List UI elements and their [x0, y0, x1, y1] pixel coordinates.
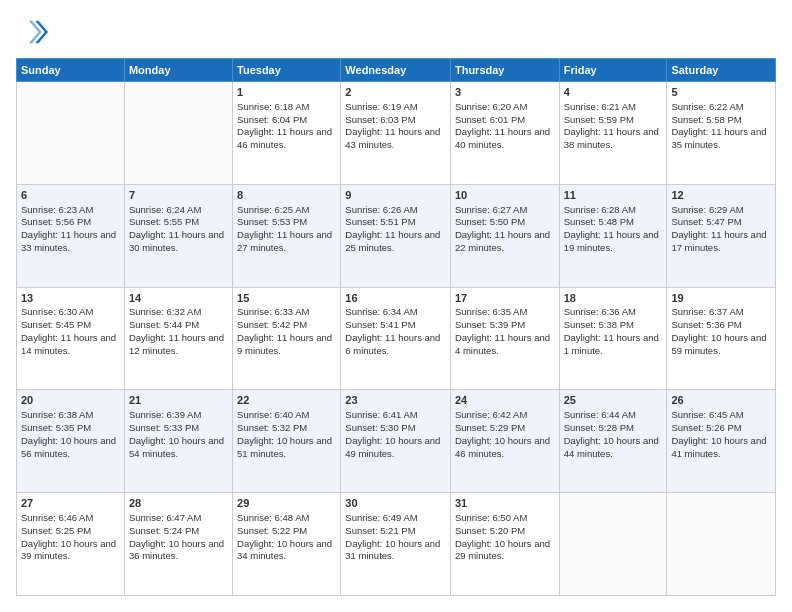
calendar-week-3: 20Sunrise: 6:38 AMSunset: 5:35 PMDayligh…	[17, 390, 776, 493]
calendar-cell: 20Sunrise: 6:38 AMSunset: 5:35 PMDayligh…	[17, 390, 125, 493]
calendar-cell: 16Sunrise: 6:34 AMSunset: 5:41 PMDayligh…	[341, 287, 451, 390]
day-number: 21	[129, 393, 228, 408]
day-number: 11	[564, 188, 663, 203]
calendar-header-friday: Friday	[559, 59, 667, 82]
calendar-cell: 18Sunrise: 6:36 AMSunset: 5:38 PMDayligh…	[559, 287, 667, 390]
day-number: 9	[345, 188, 446, 203]
day-number: 23	[345, 393, 446, 408]
calendar-header-wednesday: Wednesday	[341, 59, 451, 82]
calendar-header-saturday: Saturday	[667, 59, 776, 82]
day-number: 20	[21, 393, 120, 408]
day-number: 28	[129, 496, 228, 511]
calendar-cell: 27Sunrise: 6:46 AMSunset: 5:25 PMDayligh…	[17, 493, 125, 596]
calendar-cell	[667, 493, 776, 596]
calendar-cell: 19Sunrise: 6:37 AMSunset: 5:36 PMDayligh…	[667, 287, 776, 390]
calendar-cell: 8Sunrise: 6:25 AMSunset: 5:53 PMDaylight…	[233, 184, 341, 287]
day-number: 18	[564, 291, 663, 306]
day-number: 5	[671, 85, 771, 100]
calendar-table: SundayMondayTuesdayWednesdayThursdayFrid…	[16, 58, 776, 596]
calendar-cell: 17Sunrise: 6:35 AMSunset: 5:39 PMDayligh…	[450, 287, 559, 390]
day-number: 16	[345, 291, 446, 306]
day-number: 27	[21, 496, 120, 511]
day-number: 2	[345, 85, 446, 100]
day-number: 8	[237, 188, 336, 203]
calendar-cell: 4Sunrise: 6:21 AMSunset: 5:59 PMDaylight…	[559, 82, 667, 185]
day-number: 26	[671, 393, 771, 408]
calendar-cell: 21Sunrise: 6:39 AMSunset: 5:33 PMDayligh…	[124, 390, 232, 493]
calendar-cell: 29Sunrise: 6:48 AMSunset: 5:22 PMDayligh…	[233, 493, 341, 596]
calendar-cell: 15Sunrise: 6:33 AMSunset: 5:42 PMDayligh…	[233, 287, 341, 390]
day-number: 29	[237, 496, 336, 511]
day-number: 4	[564, 85, 663, 100]
calendar-cell: 5Sunrise: 6:22 AMSunset: 5:58 PMDaylight…	[667, 82, 776, 185]
day-number: 19	[671, 291, 771, 306]
day-number: 25	[564, 393, 663, 408]
calendar-cell: 23Sunrise: 6:41 AMSunset: 5:30 PMDayligh…	[341, 390, 451, 493]
calendar-header-row: SundayMondayTuesdayWednesdayThursdayFrid…	[17, 59, 776, 82]
calendar-cell: 12Sunrise: 6:29 AMSunset: 5:47 PMDayligh…	[667, 184, 776, 287]
calendar-cell	[17, 82, 125, 185]
day-number: 3	[455, 85, 555, 100]
calendar-cell: 6Sunrise: 6:23 AMSunset: 5:56 PMDaylight…	[17, 184, 125, 287]
calendar-cell: 14Sunrise: 6:32 AMSunset: 5:44 PMDayligh…	[124, 287, 232, 390]
calendar-cell: 10Sunrise: 6:27 AMSunset: 5:50 PMDayligh…	[450, 184, 559, 287]
logo-icon	[16, 16, 48, 48]
calendar-cell: 25Sunrise: 6:44 AMSunset: 5:28 PMDayligh…	[559, 390, 667, 493]
calendar-cell: 28Sunrise: 6:47 AMSunset: 5:24 PMDayligh…	[124, 493, 232, 596]
day-number: 14	[129, 291, 228, 306]
day-number: 12	[671, 188, 771, 203]
day-number: 10	[455, 188, 555, 203]
day-number: 7	[129, 188, 228, 203]
calendar-cell: 31Sunrise: 6:50 AMSunset: 5:20 PMDayligh…	[450, 493, 559, 596]
header	[16, 16, 776, 48]
calendar-header-monday: Monday	[124, 59, 232, 82]
calendar-week-1: 6Sunrise: 6:23 AMSunset: 5:56 PMDaylight…	[17, 184, 776, 287]
calendar-week-0: 1Sunrise: 6:18 AMSunset: 6:04 PMDaylight…	[17, 82, 776, 185]
calendar-week-4: 27Sunrise: 6:46 AMSunset: 5:25 PMDayligh…	[17, 493, 776, 596]
day-number: 17	[455, 291, 555, 306]
calendar-cell	[559, 493, 667, 596]
day-number: 15	[237, 291, 336, 306]
calendar-header-thursday: Thursday	[450, 59, 559, 82]
calendar-header-sunday: Sunday	[17, 59, 125, 82]
logo	[16, 16, 52, 48]
calendar-cell	[124, 82, 232, 185]
day-number: 24	[455, 393, 555, 408]
calendar-cell: 22Sunrise: 6:40 AMSunset: 5:32 PMDayligh…	[233, 390, 341, 493]
page: SundayMondayTuesdayWednesdayThursdayFrid…	[0, 0, 792, 612]
day-number: 6	[21, 188, 120, 203]
calendar-cell: 3Sunrise: 6:20 AMSunset: 6:01 PMDaylight…	[450, 82, 559, 185]
day-number: 1	[237, 85, 336, 100]
calendar-cell: 9Sunrise: 6:26 AMSunset: 5:51 PMDaylight…	[341, 184, 451, 287]
calendar-cell: 11Sunrise: 6:28 AMSunset: 5:48 PMDayligh…	[559, 184, 667, 287]
day-number: 13	[21, 291, 120, 306]
calendar-week-2: 13Sunrise: 6:30 AMSunset: 5:45 PMDayligh…	[17, 287, 776, 390]
calendar-header-tuesday: Tuesday	[233, 59, 341, 82]
calendar-cell: 2Sunrise: 6:19 AMSunset: 6:03 PMDaylight…	[341, 82, 451, 185]
calendar-cell: 13Sunrise: 6:30 AMSunset: 5:45 PMDayligh…	[17, 287, 125, 390]
calendar-cell: 1Sunrise: 6:18 AMSunset: 6:04 PMDaylight…	[233, 82, 341, 185]
calendar-cell: 7Sunrise: 6:24 AMSunset: 5:55 PMDaylight…	[124, 184, 232, 287]
calendar-cell: 24Sunrise: 6:42 AMSunset: 5:29 PMDayligh…	[450, 390, 559, 493]
day-number: 22	[237, 393, 336, 408]
day-number: 30	[345, 496, 446, 511]
day-number: 31	[455, 496, 555, 511]
calendar-cell: 30Sunrise: 6:49 AMSunset: 5:21 PMDayligh…	[341, 493, 451, 596]
calendar-cell: 26Sunrise: 6:45 AMSunset: 5:26 PMDayligh…	[667, 390, 776, 493]
